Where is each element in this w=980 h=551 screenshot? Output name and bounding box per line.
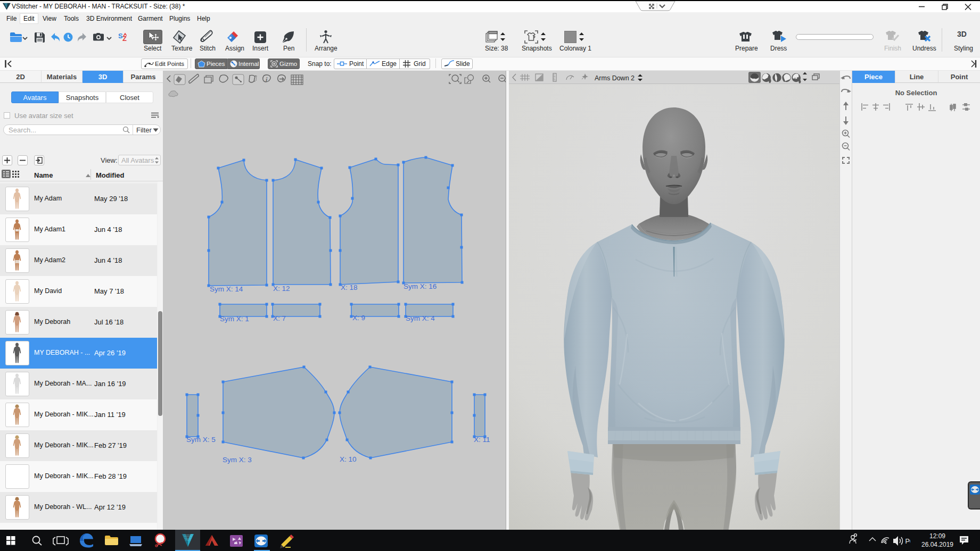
svg-text:X: 11: X: 11 bbox=[474, 436, 490, 444]
svg-text:Sym X: 16: Sym X: 16 bbox=[403, 282, 437, 290]
svg-text:POL: POL bbox=[905, 538, 910, 545]
svg-text:Sym X: 3: Sym X: 3 bbox=[223, 456, 252, 464]
svg-text:Sym X: 1: Sym X: 1 bbox=[220, 315, 249, 323]
svg-text:X: 10: X: 10 bbox=[340, 455, 357, 463]
svg-text:X: 18: X: 18 bbox=[341, 283, 358, 291]
svg-text:X: 7: X: 7 bbox=[273, 314, 286, 322]
svg-text:Sym X: 4: Sym X: 4 bbox=[406, 314, 435, 322]
svg-text:Sym X: 5: Sym X: 5 bbox=[186, 436, 216, 444]
svg-text:X: 9: X: 9 bbox=[352, 314, 365, 322]
svg-text:Sym X: 14: Sym X: 14 bbox=[210, 285, 243, 293]
svg-text:i: i bbox=[266, 76, 268, 84]
svg-text:X: 12: X: 12 bbox=[273, 285, 290, 293]
